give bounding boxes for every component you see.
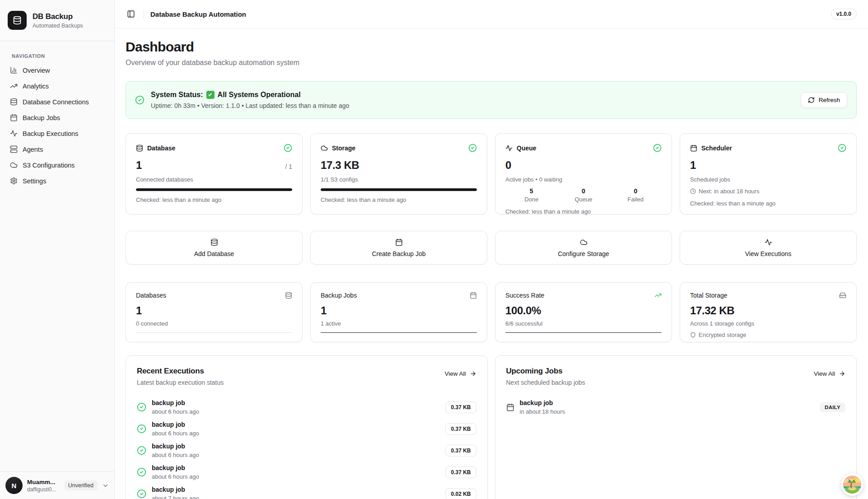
configure-storage-button[interactable]: Configure Storage [495,231,672,265]
check-circle-icon [137,402,146,412]
card-subtitle: 1 active [321,320,477,327]
execution-time: about 6 hours ago [152,473,199,480]
queue-done-value: 5 [505,187,557,195]
gear-icon [10,177,18,185]
cloud-icon [10,161,18,169]
create-backup-job-button[interactable]: Create Backup Job [310,231,487,265]
storage-status-card: Storage 17.3 KB 1/1 S3 configs Checked: … [310,133,487,215]
check-circle-icon [284,144,292,152]
next-run-row: Next: in about 18 hours [690,188,846,195]
recent-executions-panel: Recent Executions Latest backup executio… [126,355,488,499]
sidebar-item-label: Agents [23,146,43,153]
view-all-jobs-link[interactable]: View All [814,370,845,377]
check-circle-icon [838,144,846,152]
sidebar-item-backup-jobs[interactable]: Backup Jobs [5,111,109,125]
card-title: Storage [332,145,355,152]
database-icon [10,98,18,106]
app-tagline: Automated Backups [33,23,83,29]
card-title: Queue [517,145,537,152]
app-name: DB Backup [33,12,83,21]
sidebar-item-database-connections[interactable]: Database Connections [5,95,109,109]
panel-left-icon [127,10,135,18]
card-checked-text: Checked: less than a minute ago [136,196,292,203]
shield-icon [690,332,696,338]
refresh-icon [808,97,815,103]
activity-icon [505,145,513,152]
app-brand: DB Backup Automated Backups [0,0,114,41]
trending-up-icon [10,82,18,90]
execution-row[interactable]: backup job about 6 hours ago 0.37 KB [137,463,476,481]
panel-title: Recent Executions [137,367,224,376]
encrypted-storage-note: Encrypted storage [690,331,846,338]
card-value: 1 [690,159,696,172]
execution-time: about 7 hours ago [152,495,199,499]
sidebar-item-overview[interactable]: Overview [5,63,109,77]
activity-icon [10,130,18,137]
sidebar-item-label: Database Connections [23,98,89,106]
database-icon [210,238,218,246]
action-label: View Executions [745,250,791,257]
card-value-suffix: / 1 [285,163,292,170]
view-all-executions-link[interactable]: View All [444,370,476,377]
island-icon [842,475,862,494]
success-rate-metric-card: Success Rate 100.0% 6/6 successful [495,282,672,342]
panel-subtitle: Latest backup execution status [137,379,224,386]
size-badge: 0.37 KB [445,466,476,478]
sidebar-item-agents[interactable]: Agents [5,142,109,156]
progress-bar [321,188,477,191]
execution-name: backup job [152,464,199,471]
execution-name: backup job [152,421,199,428]
action-label: Create Backup Job [372,250,425,257]
sidebar-item-s3-configurations[interactable]: S3 Configurations [5,158,109,172]
page-subtitle: Overview of your database backup automat… [126,59,857,67]
card-value: 0 [505,159,511,172]
card-checked-text: Checked: less than a minute ago [690,200,846,207]
calendar-icon [690,145,697,152]
sidebar-toggle-button[interactable] [125,8,137,20]
sidebar-item-analytics[interactable]: Analytics [5,79,109,93]
queue-done-label: Done [505,196,557,203]
upcoming-jobs-panel: Upcoming Jobs Next scheduled backup jobs… [495,355,857,499]
card-value: 1 [321,304,477,317]
execution-row[interactable]: backup job about 6 hours ago 0.37 KB [137,420,476,438]
execution-row[interactable]: backup job about 6 hours ago 0.37 KB [137,442,476,459]
check-circle-icon [653,144,662,152]
check-circle-icon [137,467,146,477]
avatar: N [5,477,23,494]
sidebar-item-label: Analytics [23,83,49,90]
system-status-subtitle: Uptime: 0h 33m • Version: 1.1.0 • Last u… [151,102,349,109]
chevron-down-icon[interactable] [102,482,109,489]
user-handle: daffigusti0... [27,486,56,493]
view-executions-button[interactable]: View Executions [680,231,857,265]
header-divider [144,9,144,19]
action-label: Configure Storage [558,250,609,257]
sidebar-item-settings[interactable]: Settings [5,174,109,188]
add-database-button[interactable]: Add Database [126,231,303,265]
arrow-right-icon [470,370,476,377]
execution-time: about 6 hours ago [152,430,199,437]
execution-name: backup job [152,443,199,450]
card-value: 1 [136,304,292,317]
user-menu[interactable]: N Muamm... daffigusti0... Unverified [0,471,114,499]
sidebar: DB Backup Automated Backups NAVIGATION O… [0,0,115,499]
sidebar-item-backup-executions[interactable]: Backup Executions [5,126,109,140]
view-all-label: View All [444,370,466,377]
card-title: Scheduler [701,145,732,152]
card-value: 17.3 KB [321,159,359,172]
refresh-button[interactable]: Refresh [801,92,847,108]
card-subtitle: 1/1 S3 configs [321,176,477,183]
operational-check-emoji: ✔ [206,91,215,99]
upcoming-job-row[interactable]: backup job in about 18 hours DAILY [506,398,846,416]
island-widget-button[interactable] [841,473,863,496]
execution-time: about 6 hours ago [152,452,199,458]
card-checked-text: Checked: less than a minute ago [321,196,477,203]
execution-row[interactable]: backup job about 6 hours ago 0.37 KB [137,398,476,416]
sidebar-nav: Overview Analytics Database Connections … [0,63,114,188]
sidebar-item-label: Backup Jobs [23,114,60,121]
card-subtitle: Across 1 storage configs [690,320,846,327]
queue-status-card: Queue 0 Active jobs • 0 waiting 5Done 0Q… [495,133,672,215]
execution-row[interactable]: backup job about 7 hours ago 0.02 KB [137,485,476,499]
panel-title: Upcoming Jobs [506,367,585,376]
card-title: Backup Jobs [321,292,357,299]
refresh-label: Refresh [819,97,840,103]
